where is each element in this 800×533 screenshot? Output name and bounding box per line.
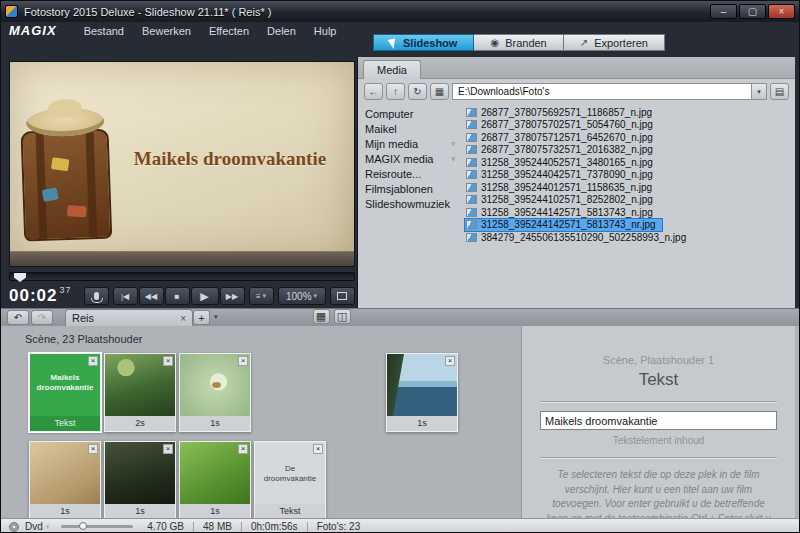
tab-exporteren[interactable]: ↗ Exporteren bbox=[564, 34, 665, 51]
file-item[interactable]: 31258_395244102571_8252802_n.jpg bbox=[465, 194, 659, 207]
remove-clip-icon[interactable]: × bbox=[238, 356, 248, 366]
storyboard-cell-text[interactable]: De droomvakantie × Tekst bbox=[254, 441, 326, 520]
tree-item-maikel[interactable]: Maikel bbox=[361, 121, 458, 136]
remove-clip-icon[interactable]: × bbox=[445, 356, 455, 366]
menu-delen[interactable]: Delen bbox=[258, 25, 305, 37]
storyboard-cell-photo[interactable]: × 1s bbox=[104, 441, 176, 520]
chevron-down-icon[interactable]: ▾ bbox=[751, 84, 766, 99]
tree-item-reisroute[interactable]: Reisroute... bbox=[361, 166, 458, 181]
seek-bar[interactable] bbox=[9, 272, 355, 281]
file-item[interactable]: 26877_378075732571_2016382_n.jpg bbox=[465, 144, 659, 157]
menu-bewerken[interactable]: Bewerken bbox=[133, 25, 200, 37]
divider bbox=[241, 522, 242, 532]
timeline-tabstrip: ↶ ↷ Reis × + ▾ ▦ ◫ bbox=[1, 308, 800, 326]
close-button[interactable]: × bbox=[768, 4, 795, 19]
tab-branden[interactable]: ◉ Branden bbox=[474, 34, 563, 51]
file-item[interactable]: 31258_395244052571_3480165_n.jpg bbox=[465, 156, 659, 169]
file-item[interactable]: 31258_395244012571_1158635_n.jpg bbox=[465, 181, 658, 194]
remove-clip-icon[interactable]: × bbox=[238, 444, 248, 454]
photo-count: Foto's: 23 bbox=[317, 521, 361, 532]
tree-item-filmsjablonen[interactable]: Filmsjablonen bbox=[361, 181, 458, 196]
fullscreen-button[interactable] bbox=[330, 287, 355, 305]
tab-reis[interactable]: Reis × bbox=[65, 309, 193, 326]
menu-hulp[interactable]: Hulp bbox=[305, 25, 346, 37]
export-icon: ↗ bbox=[580, 37, 588, 48]
grid-view-button[interactable]: ▦ bbox=[313, 309, 330, 324]
suitcase-graphic bbox=[20, 104, 117, 243]
tree-item-mijn-media[interactable]: Mijn media▿ bbox=[361, 136, 458, 151]
zoom-select[interactable]: 100% ▾ bbox=[278, 287, 326, 305]
text-editor-panel: Scène, Plaatshouder 1 Tekst Tekstelement… bbox=[521, 326, 795, 518]
file-list: 26877_378075692571_1186857_n.jpg 26877_3… bbox=[458, 106, 795, 244]
storyboard-cell-photo[interactable]: × 1s bbox=[29, 441, 101, 520]
nav-refresh-button[interactable]: ↻ bbox=[408, 83, 427, 100]
remove-clip-icon[interactable]: × bbox=[88, 444, 98, 454]
undo-button[interactable]: ↶ bbox=[7, 310, 29, 325]
maximize-button[interactable]: ▢ bbox=[739, 4, 766, 19]
nav-options-button[interactable]: ▦ bbox=[430, 83, 449, 100]
storyboard-cell-photo[interactable]: × 1s bbox=[179, 441, 251, 520]
file-item[interactable]: 31258_395244142571_5813743_n.jpg bbox=[465, 206, 659, 219]
storyboard-cell-photo[interactable]: × 2s bbox=[104, 353, 176, 432]
file-item[interactable]: 384279_245506135510290_502258993_n.jpg bbox=[465, 231, 692, 244]
path-combobox[interactable]: E:\Downloads\Foto's ▾ bbox=[452, 83, 767, 100]
divider bbox=[540, 401, 777, 403]
tab-media[interactable]: Media bbox=[363, 60, 421, 79]
remove-clip-icon[interactable]: × bbox=[88, 356, 98, 366]
microphone-icon bbox=[94, 292, 99, 300]
file-item-selected[interactable]: 31258_395244142571_5813743_nr.jpg bbox=[465, 219, 662, 232]
rewind-button[interactable]: ◀◀ bbox=[139, 287, 164, 305]
view-mode-button[interactable]: ▤ bbox=[770, 83, 789, 100]
playback-options-button[interactable]: ≡ ▾ bbox=[249, 287, 274, 305]
titlebar[interactable]: Fotostory 2015 Deluxe - Slideshow 21.11*… bbox=[1, 1, 799, 22]
remove-clip-icon[interactable]: × bbox=[163, 356, 173, 366]
burn-target-select[interactable]: Dvd ▾ bbox=[25, 521, 49, 532]
play-button[interactable]: ▶ bbox=[191, 287, 219, 305]
chevron-down-icon: ▾ bbox=[46, 523, 50, 531]
image-file-icon bbox=[466, 108, 477, 117]
menu-effecten[interactable]: Effecten bbox=[200, 25, 258, 37]
image-file-icon bbox=[466, 208, 477, 217]
editor-input-caption: Tekstelement inhoud bbox=[540, 435, 777, 446]
storyboard-cell-title[interactable]: Maikels droomvakantie × Tekst bbox=[29, 353, 101, 432]
close-tab-icon[interactable]: × bbox=[180, 313, 186, 324]
app-icon bbox=[5, 5, 18, 18]
editor-title: Tekst bbox=[540, 370, 777, 390]
previous-button[interactable]: |◀ bbox=[113, 287, 138, 305]
storyboard-cell-photo[interactable]: × 1s bbox=[386, 353, 458, 432]
tab-slideshow-label: Slideshow bbox=[403, 37, 457, 49]
minimize-button[interactable]: – bbox=[710, 4, 737, 19]
file-item[interactable]: 31258_395244042571_7378090_n.jpg bbox=[465, 169, 659, 182]
tree-item-computer[interactable]: Computer bbox=[361, 106, 458, 121]
redo-button[interactable]: ↷ bbox=[31, 310, 53, 325]
remove-clip-icon[interactable]: × bbox=[163, 444, 173, 454]
media-body: Computer Maikel Mijn media▿ MAGIX media▿… bbox=[358, 103, 795, 244]
tree-item-magix-media[interactable]: MAGIX media▿ bbox=[361, 151, 458, 166]
stop-button[interactable]: ■ bbox=[165, 287, 190, 305]
nav-up-button[interactable]: ↑ bbox=[386, 83, 405, 100]
image-file-icon bbox=[466, 145, 477, 154]
cursor-icon bbox=[387, 36, 399, 49]
file-item[interactable]: 26877_378075702571_5054760_n.jpg bbox=[465, 119, 659, 132]
add-tab-button[interactable]: + bbox=[193, 310, 210, 325]
text-content-input[interactable] bbox=[540, 411, 777, 430]
image-file-icon bbox=[466, 233, 477, 242]
file-item[interactable]: 26877_378075712571_6452670_n.jpg bbox=[465, 131, 659, 144]
menu-bestand[interactable]: Bestand bbox=[75, 25, 133, 37]
playhead-marker[interactable] bbox=[14, 273, 26, 282]
tab-slideshow[interactable]: Slideshow bbox=[373, 34, 474, 51]
disc-capacity-slider[interactable] bbox=[61, 525, 133, 528]
slider-knob[interactable] bbox=[79, 522, 87, 530]
remove-clip-icon[interactable]: × bbox=[313, 444, 323, 454]
tab-list-dropdown-icon[interactable]: ▾ bbox=[214, 313, 218, 321]
forward-button[interactable]: ▶▶ bbox=[220, 287, 245, 305]
storyboard-cell-photo[interactable]: × 1s bbox=[179, 353, 251, 432]
microphone-button[interactable] bbox=[84, 287, 109, 305]
file-item[interactable]: 26877_378075692571_1186857_n.jpg bbox=[465, 106, 658, 119]
tree-item-slideshowmuziek[interactable]: Slideshowmuziek bbox=[361, 196, 458, 211]
nav-back-button[interactable]: ← bbox=[364, 83, 383, 100]
zoom-value: 100% bbox=[286, 291, 312, 302]
split-view-button[interactable]: ◫ bbox=[334, 309, 351, 324]
media-panel: CATOOH Media ← ↑ ↻ ▦ E:\Downloads\Foto's… bbox=[357, 57, 795, 308]
tab-branden-label: Branden bbox=[505, 37, 547, 49]
